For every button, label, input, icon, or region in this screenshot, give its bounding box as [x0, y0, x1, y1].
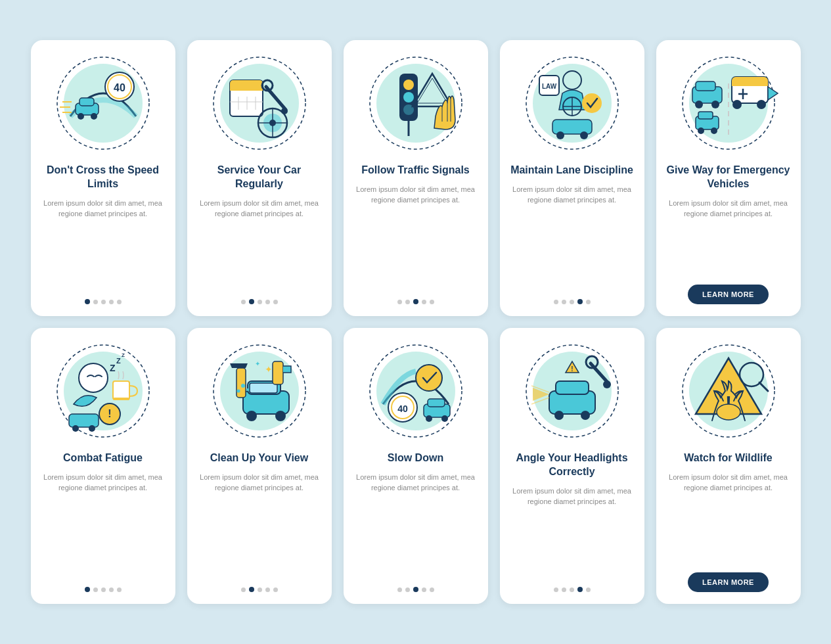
svg-rect-16: [230, 87, 263, 91]
svg-rect-93: [273, 361, 283, 384]
svg-marker-62: [768, 87, 778, 100]
svg-point-8: [91, 113, 97, 120]
svg-text:LAW: LAW: [541, 83, 556, 90]
illustration-speed-limits: 40: [51, 51, 156, 156]
card-speed-limits-dots: [85, 299, 122, 304]
card-traffic-signals-body: Lorem ipsum dolor sit dim amet, mea regi…: [354, 184, 478, 290]
svg-point-84: [89, 425, 95, 432]
card-clean-view-dots: [241, 587, 278, 592]
svg-point-107: [426, 415, 432, 422]
svg-rect-64: [696, 81, 715, 91]
dot: [109, 587, 114, 592]
svg-point-65: [695, 101, 703, 108]
card-wildlife-title: Watch for Wildlife: [684, 451, 772, 465]
illustration-emergency-vehicles: [676, 51, 781, 156]
illustration-headlights: !: [520, 338, 625, 444]
card-lane-discipline-body: Lorem ipsum dolor sit dim amet, mea regi…: [510, 184, 634, 290]
card-traffic-signals-dots: [397, 299, 434, 304]
card-combat-fatigue-body: Lorem ipsum dolor sit dim amet, mea regi…: [41, 472, 165, 578]
dot: [413, 299, 418, 304]
card-clean-view: ✦ ✦ Clean Up Your View Lorem ipsum dolor…: [187, 328, 332, 604]
svg-rect-50: [552, 120, 592, 134]
dot: [570, 300, 574, 304]
dot: [249, 299, 254, 304]
dot: [570, 587, 574, 592]
card-clean-view-body: Lorem ipsum dolor sit dim amet, mea regi…: [198, 472, 321, 578]
card-slow-down-title: Slow Down: [388, 451, 443, 465]
card-headlights-title: Angle Your Headlights Correctly: [510, 451, 634, 479]
dot: [265, 300, 270, 304]
dot: [554, 300, 558, 304]
dot: [273, 587, 278, 592]
svg-point-70: [711, 127, 717, 134]
svg-point-98: [236, 390, 240, 393]
svg-point-74: [79, 363, 108, 392]
card-clean-view-title: Clean Up Your View: [210, 451, 308, 465]
dot: [273, 300, 278, 304]
svg-point-60: [732, 100, 742, 109]
illustration-service-car: [207, 51, 312, 156]
svg-rect-6: [79, 98, 94, 106]
svg-rect-112: [556, 381, 589, 394]
dot: [258, 587, 262, 592]
svg-point-33: [403, 92, 414, 103]
dot: [397, 300, 402, 304]
svg-rect-106: [428, 399, 445, 407]
card-speed-limits: 40 Don't Cross the Speed Limits Lorem ip…: [31, 40, 175, 316]
svg-point-120: [603, 380, 611, 388]
illustration-combat-fatigue: Z Z Z !: [51, 338, 156, 444]
svg-text:Z: Z: [110, 363, 116, 373]
svg-point-69: [698, 127, 704, 134]
dot: [562, 587, 566, 592]
card-emergency-vehicles-title: Give Way for Emergency Vehicles: [667, 164, 790, 191]
card-slow-down-body: Lorem ipsum dolor sit dim amet, mea regi…: [354, 472, 478, 578]
dot: [93, 587, 98, 592]
dot: [422, 587, 426, 592]
card-combat-fatigue: Z Z Z ! Combat Fatigue: [31, 328, 175, 604]
illustration-slow-down: 40: [363, 338, 468, 444]
svg-point-90: [275, 411, 286, 421]
dot: [258, 300, 262, 304]
dot: [241, 300, 246, 304]
card-slow-down-dots: [397, 587, 434, 592]
learn-more-button-wildlife[interactable]: LEARN MORE: [688, 572, 769, 592]
dot: [85, 299, 90, 304]
illustration-lane-discipline: LAW: [520, 51, 625, 156]
svg-point-114: [581, 411, 590, 420]
card-headlights: ! Angle Your Headlights Correctly Lorem …: [500, 328, 644, 604]
card-headlights-body: Lorem ipsum dolor sit dim amet, mea regi…: [510, 486, 634, 578]
illustration-traffic-signals: [363, 51, 468, 156]
learn-more-button-emergency[interactable]: LEARN MORE: [688, 285, 769, 304]
svg-point-0: [64, 64, 143, 143]
svg-rect-57: [732, 82, 768, 86]
card-service-car-dots: [241, 299, 278, 304]
dot: [405, 587, 410, 592]
dot: [101, 587, 106, 592]
dot: [577, 299, 583, 304]
dot: [422, 300, 426, 304]
dot: [241, 587, 246, 592]
card-combat-fatigue-dots: [85, 587, 122, 592]
dot: [265, 587, 270, 592]
dot: [101, 300, 106, 304]
dot: [413, 587, 418, 592]
svg-text:✦: ✦: [265, 364, 273, 375]
dot: [117, 587, 122, 592]
svg-rect-92: [236, 368, 246, 398]
card-traffic-signals: Follow Traffic Signals Lorem ipsum dolor…: [344, 40, 488, 316]
svg-text:Z: Z: [122, 352, 125, 358]
card-emergency-vehicles-body: Lorem ipsum dolor sit dim amet, mea regi…: [667, 198, 790, 275]
svg-point-66: [711, 101, 719, 108]
card-wildlife-body: Lorem ipsum dolor sit dim amet, mea regi…: [667, 472, 790, 563]
dot: [577, 587, 583, 592]
dot: [249, 587, 254, 592]
card-lane-discipline: LAW Maintain Lane Discipline Lorem ipsum…: [500, 40, 644, 316]
dot: [586, 587, 591, 592]
svg-point-51: [556, 131, 564, 139]
dot: [554, 587, 558, 592]
svg-point-32: [403, 80, 414, 90]
svg-rect-68: [698, 112, 713, 119]
dot: [117, 300, 122, 304]
svg-rect-82: [69, 414, 99, 427]
svg-text:!: !: [108, 408, 111, 419]
